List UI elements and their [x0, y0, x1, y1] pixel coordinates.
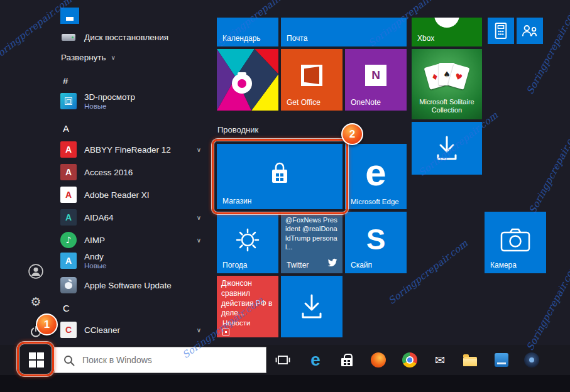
chevron-down-icon[interactable]: ∨	[197, 214, 201, 221]
firefox-icon	[371, 352, 386, 368]
app-label: Adobe Reader XI	[84, 190, 150, 200]
blue-app-taskbar-button[interactable]	[491, 350, 512, 370]
tile-label: Get Office	[287, 98, 321, 107]
blue-app-icon	[495, 353, 508, 367]
chevron-down-icon[interactable]: ∨	[197, 327, 201, 334]
twitter-bird-icon	[327, 258, 338, 268]
task-view-icon	[275, 352, 291, 368]
3d-viewer-icon	[60, 93, 77, 109]
power-icon	[30, 325, 42, 338]
tile-mail[interactable]: Почта	[281, 18, 407, 46]
app-label: Andy	[84, 252, 106, 261]
folder-icon	[463, 357, 477, 366]
tile-solitaire[interactable]: ♦ ♠ ♥ Microsoft Solitaire Collection	[412, 49, 482, 119]
tile-label: Скайп	[351, 261, 372, 270]
chrome-icon	[402, 352, 417, 368]
gear-icon: ⚙	[30, 295, 41, 308]
start-button[interactable]	[20, 346, 53, 374]
tile-label: Новости	[222, 319, 251, 327]
tile-xbox[interactable]: Xbox	[412, 18, 482, 46]
news-app-icon	[222, 329, 229, 335]
store-bag-icon	[341, 358, 353, 366]
news-headline: Джонсон сравнил действия РФ в деле...	[217, 276, 278, 322]
app-label: ABBYY FineReader 12	[84, 145, 171, 155]
app-item-apple-software-update[interactable]: Apple Software Update	[60, 277, 201, 293]
section-header-a[interactable]: A	[63, 123, 69, 134]
tile-label: Microsoft Edge	[351, 198, 399, 205]
user-icon	[28, 264, 43, 279]
tile-people[interactable]	[517, 18, 543, 44]
app-label: AIDA64	[84, 213, 114, 222]
sun-icon	[233, 225, 262, 254]
chevron-down-icon[interactable]: ∨	[197, 237, 201, 244]
recovery-drive-icon	[60, 29, 77, 45]
chevron-down-icon[interactable]: ∨	[197, 146, 201, 153]
tile-label: Почта	[287, 34, 307, 43]
power-button[interactable]	[28, 324, 43, 339]
abbyy-icon: A	[60, 141, 77, 158]
tile-label: Twitter	[287, 261, 309, 270]
expand-button[interactable]: Развернуть ∨	[61, 53, 116, 62]
tile-calculator[interactable]	[488, 18, 514, 44]
windows-logo-icon	[29, 352, 44, 368]
partial-app-tile[interactable]	[60, 8, 79, 24]
new-badge: Новые	[84, 262, 106, 270]
section-header-hash[interactable]: #	[63, 75, 68, 86]
office-logo-icon	[301, 65, 322, 86]
app-item-3d-viewer[interactable]: 3D-просмотр Новые	[60, 90, 201, 112]
people-icon	[520, 23, 539, 38]
tile-photos[interactable]	[217, 49, 278, 111]
app-label: CCleaner	[84, 325, 120, 335]
section-header-c[interactable]: C	[63, 303, 70, 313]
xbox-sphere-icon	[434, 18, 459, 28]
app-label: 3D-просмотр	[84, 92, 135, 102]
tile-label: Камера	[490, 261, 517, 270]
onenote-logo-icon: N	[365, 65, 386, 86]
store-taskbar-button[interactable]	[337, 350, 357, 370]
tile-weather[interactable]: Погода	[217, 212, 278, 273]
app-item-abbyy[interactable]: A ABBYY FineReader 12 ∨	[60, 141, 201, 158]
tile-label: Календарь	[222, 34, 261, 43]
watermark: Soringpcrepair.com	[524, 261, 570, 353]
ccleaner-icon: C	[60, 322, 77, 338]
file-explorer-taskbar-button[interactable]	[460, 350, 480, 370]
new-badge: Новые	[84, 102, 135, 110]
firefox-taskbar-button[interactable]	[368, 350, 388, 370]
mail-taskbar-button[interactable]: ✉	[430, 350, 450, 370]
expand-label: Развернуть	[61, 53, 106, 62]
tile-store[interactable]: Магазин	[217, 144, 343, 209]
search-icon	[63, 354, 75, 367]
app-item-recovery-disk[interactable]: Диск восстановления	[60, 29, 201, 45]
calculator-icon	[493, 22, 508, 40]
tile-calendar[interactable]: Календарь	[217, 18, 278, 46]
app-item-adobe-reader[interactable]: A Adobe Reader XI	[60, 187, 201, 203]
app-item-access[interactable]: A Access 2016	[60, 164, 201, 180]
tile-get-office[interactable]: Get Office	[281, 49, 343, 111]
andy-icon: A	[60, 253, 77, 269]
dark-app-taskbar-button[interactable]	[522, 350, 542, 370]
tile-onenote[interactable]: N OneNote	[345, 49, 407, 111]
tile-twitter[interactable]: @FoxNews President @realDonaldTrump pers…	[281, 212, 343, 273]
user-account-button[interactable]	[28, 264, 43, 279]
edge-taskbar-button[interactable]: e	[305, 350, 326, 370]
app-item-aimp[interactable]: ♪ AIMP ∨	[60, 232, 201, 248]
search-input[interactable]	[55, 347, 266, 373]
app-item-andy[interactable]: A Andy Новые	[60, 250, 201, 271]
tile-downloading-app[interactable]	[281, 276, 343, 337]
tile-skype[interactable]: S Скайп	[345, 212, 407, 273]
chrome-taskbar-button[interactable]	[400, 350, 420, 370]
task-view-button[interactable]	[273, 350, 293, 370]
tile-camera[interactable]: Камера	[485, 212, 546, 273]
tile-news[interactable]: Джонсон сравнил действия РФ в деле... Но…	[217, 276, 278, 337]
settings-button[interactable]: ⚙	[28, 294, 43, 309]
tile-microsoft-edge[interactable]: e Microsoft Edge	[345, 144, 407, 209]
app-item-ccleaner[interactable]: C CCleaner ∨	[60, 322, 201, 338]
chevron-down-icon: ∨	[111, 54, 116, 61]
search-box[interactable]	[54, 347, 266, 373]
apple-icon	[60, 277, 77, 293]
tile-downloading-app[interactable]	[412, 122, 482, 175]
tile-label: Погода	[222, 261, 248, 270]
tile-group-label-explorer[interactable]: Проводник	[217, 125, 258, 134]
app-label: Диск восстановления	[84, 33, 168, 42]
app-item-aida64[interactable]: A AIDA64 ∨	[60, 209, 201, 226]
